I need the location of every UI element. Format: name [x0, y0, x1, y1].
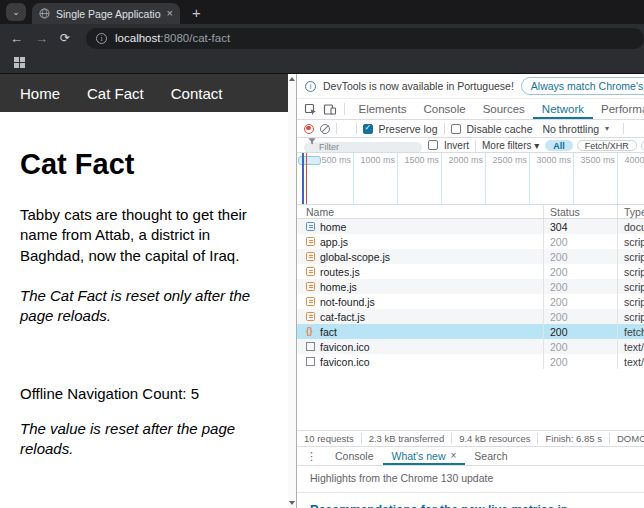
info-icon: i	[305, 81, 316, 92]
request-type: script	[617, 279, 644, 294]
apps-grid-icon[interactable]	[14, 57, 25, 68]
drawer-tab-search[interactable]: Search	[465, 447, 516, 465]
request-type-pills: AllFetch/XHRDocCSSJS	[545, 140, 644, 151]
request-status: 200	[543, 279, 617, 294]
scroll-down-icon[interactable]	[289, 501, 295, 505]
request-name: app.js	[320, 236, 348, 248]
forward-button[interactable]: →	[35, 32, 48, 45]
request-name: favicon.ico	[320, 341, 370, 353]
invert-checkbox[interactable]	[428, 140, 438, 150]
back-button[interactable]: ←	[10, 32, 23, 45]
nav-link[interactable]: Contact	[171, 85, 223, 102]
drawer-tab-whats-new[interactable]: What's new ×	[383, 447, 466, 465]
request-name: fact	[320, 326, 337, 338]
summary-item: 2.3 kB transferred	[362, 433, 453, 444]
site-info-icon[interactable]: i	[96, 33, 107, 44]
page-scrollbar[interactable]	[288, 74, 296, 508]
request-status: 200	[543, 354, 617, 369]
clear-icon[interactable]	[320, 124, 330, 134]
offline-count: Offline Navigation Count: 5	[20, 384, 274, 404]
devtools-tab[interactable]: Sources	[474, 99, 533, 119]
devtools-tab[interactable]: Elements	[350, 99, 415, 119]
divider	[623, 123, 624, 134]
tab-close-icon[interactable]: ×	[167, 8, 173, 19]
network-request-row[interactable]: home 304 document	[297, 219, 644, 234]
network-request-row[interactable]: global-scope.js 200 script	[297, 249, 644, 264]
drawer-tabbar: ⋮ Console What's new × Search	[297, 447, 644, 466]
disable-cache-checkbox[interactable]	[451, 124, 461, 134]
network-request-row[interactable]: routes.js 200 script	[297, 264, 644, 279]
request-name: favicon.ico	[320, 356, 370, 368]
request-type-icon	[306, 327, 315, 336]
nav-link[interactable]: Home	[20, 85, 60, 102]
more-filters-button[interactable]: More filters ▾	[482, 140, 539, 151]
summary-item: 10 requests	[297, 433, 362, 444]
close-icon[interactable]: ×	[450, 447, 456, 465]
filter-pill[interactable]: Fetch/XHR	[577, 140, 637, 151]
page-nav: HomeCat FactContact	[0, 74, 288, 112]
request-type-icon	[306, 252, 315, 261]
request-name: routes.js	[320, 266, 360, 278]
network-request-row[interactable]: app.js 200 script	[297, 234, 644, 249]
drawer-tab-label: What's new	[392, 447, 446, 465]
network-toolbar: Preserve log Disable cache No throttling…	[297, 120, 644, 138]
tab-search-button[interactable]: ⌄	[6, 3, 26, 21]
drawer-tab-console[interactable]: Console	[326, 447, 383, 465]
tab-title: Single Page Application (SPA) W	[56, 8, 161, 20]
network-request-row[interactable]: favicon.ico 200 text/html	[297, 354, 644, 369]
throttling-select[interactable]: No throttling	[542, 123, 599, 135]
request-type: fetch	[617, 324, 644, 339]
network-request-row[interactable]: not-found.js 200 script	[297, 294, 644, 309]
network-request-row[interactable]: home.js 200 script	[297, 279, 644, 294]
browser-tab[interactable]: Single Page Application (SPA) W ×	[32, 3, 180, 24]
request-status: 200	[543, 294, 617, 309]
chevron-down-icon: ⌄	[12, 7, 20, 17]
timeline-tick: 3000 ms	[573, 153, 574, 204]
filter-input[interactable]	[304, 142, 422, 153]
record-icon[interactable]	[304, 124, 314, 134]
request-type: script	[617, 234, 644, 249]
network-summary-bar: 10 requests2.3 kB transferred9.4 kB reso…	[297, 430, 644, 447]
browser-window: ⌄ Single Page Application (SPA) W × + ← …	[0, 0, 644, 508]
devtools-tab[interactable]: Performance	[593, 99, 644, 119]
request-name: global-scope.js	[320, 251, 390, 263]
request-status: 200	[543, 339, 617, 354]
request-type-icon	[306, 357, 315, 366]
address-bar[interactable]: i localhost :8080/cat-fact	[86, 28, 644, 49]
network-request-row[interactable]: fact 200 fetch	[297, 324, 644, 339]
drawer-menu-icon[interactable]: ⋮	[297, 450, 326, 463]
preserve-log-checkbox[interactable]	[363, 124, 373, 134]
inspect-icon[interactable]	[304, 103, 317, 116]
devtools-tab[interactable]: Network	[533, 99, 592, 119]
request-status: 200	[543, 324, 617, 339]
preserve-log-label: Preserve log	[379, 123, 438, 135]
request-status: 200	[543, 249, 617, 264]
nav-link[interactable]: Cat Fact	[87, 85, 144, 102]
scroll-up-icon[interactable]	[289, 77, 295, 81]
network-request-row[interactable]: favicon.ico 200 text/html	[297, 339, 644, 354]
column-name[interactable]: Name	[297, 205, 543, 218]
network-table-header: Name Status Type	[297, 205, 644, 219]
network-timeline[interactable]: 500 ms1000 ms1500 ms2000 ms2500 ms3000 m…	[297, 153, 644, 205]
recommendation-link[interactable]: Recommendations for the new live metrics…	[297, 493, 644, 508]
devtools-panel: i DevTools is now available in Portugues…	[296, 74, 644, 508]
reload-button[interactable]: ⟳	[60, 32, 70, 44]
filter-pill[interactable]: All	[545, 140, 573, 151]
network-request-row[interactable]: cat-fact.js 200 script	[297, 309, 644, 324]
web-page: HomeCat FactContact Cat Fact Tabby cats …	[0, 74, 288, 508]
column-status[interactable]: Status	[543, 205, 617, 218]
request-status: 200	[543, 234, 617, 249]
column-type[interactable]: Type	[617, 205, 644, 218]
device-toolbar-icon[interactable]	[323, 103, 337, 116]
match-language-button[interactable]: Always match Chrome's language	[521, 77, 644, 95]
disable-cache-label: Disable cache	[467, 123, 533, 135]
highlights-text: Highlights from the Chrome 130 update	[297, 466, 644, 493]
bookmarks-bar	[0, 52, 644, 74]
devtools-tab[interactable]: Console	[415, 99, 474, 119]
request-status: 200	[543, 264, 617, 279]
load-marker-line	[306, 153, 308, 204]
divider	[344, 103, 345, 115]
new-tab-button[interactable]: +	[192, 5, 201, 20]
timeline-tick: 1000 ms	[397, 153, 398, 204]
request-type-icon	[306, 222, 315, 231]
